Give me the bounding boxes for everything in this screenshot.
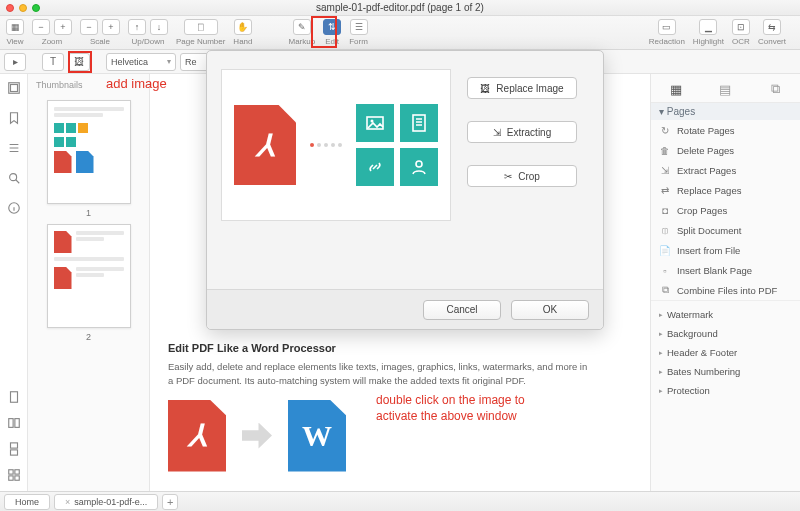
insert-file-icon: 📄	[659, 244, 671, 256]
search-icon[interactable]	[6, 170, 22, 186]
tool-hand[interactable]: ✋ Hand	[233, 18, 252, 46]
combine-icon: ⧉	[659, 284, 671, 296]
image-edit-dialog: ⅄ 🖼Replace Image ⇲Extracting ✂Crop Cance…	[206, 50, 604, 330]
thumbnail-2[interactable]: 2	[47, 224, 131, 342]
replace-icon: ⇄	[659, 184, 671, 196]
rp-split-document[interactable]: ⎅Split Document	[651, 220, 800, 240]
rp-watermark[interactable]: Watermark	[651, 305, 800, 324]
info-icon[interactable]	[6, 200, 22, 216]
thumbnail-1[interactable]: 1	[47, 100, 131, 218]
thumbnails-icon[interactable]	[6, 80, 22, 96]
chevron-down-icon: ▾	[167, 57, 171, 66]
rp-insert-from-file[interactable]: 📄Insert from File	[651, 240, 800, 260]
tool-convert[interactable]: ⇆ Convert	[758, 18, 786, 46]
bottom-tabbar: Home ×sample-01-pdf-e... +	[0, 491, 800, 511]
tool-scale[interactable]: −+ Scale	[80, 18, 120, 46]
grid-view-icon[interactable]	[6, 467, 22, 483]
convert-icon[interactable]: ⇆	[763, 19, 781, 35]
page-down-icon[interactable]: ↓	[150, 19, 168, 35]
rp-replace-pages[interactable]: ⇄Replace Pages	[651, 180, 800, 200]
redaction-icon[interactable]: ▭	[658, 19, 676, 35]
tool-form[interactable]: ☰ Form	[349, 18, 368, 46]
maximize-window-icon[interactable]	[32, 4, 40, 12]
trash-icon: 🗑	[659, 144, 671, 156]
replace-image-button[interactable]: 🖼Replace Image	[467, 77, 577, 99]
tool-redaction[interactable]: ▭ Redaction	[649, 18, 685, 46]
single-page-icon[interactable]	[6, 389, 22, 405]
font-select[interactable]: Helvetica ▾	[106, 53, 176, 71]
window-title: sample-01-pdf-editor.pdf (page 1 of 2)	[316, 2, 484, 13]
rp-insert-blank-page[interactable]: ▫Insert Blank Page	[651, 260, 800, 280]
main-toolbar: ▦ View −+ Zoom −+ Scale ↑↓ Up/Down ⎕ Pag…	[0, 16, 800, 50]
tool-ocr[interactable]: ⊡ OCR	[732, 18, 750, 46]
rp-background[interactable]: Background	[651, 324, 800, 343]
hand-icon[interactable]: ✋	[234, 19, 252, 35]
close-tab-icon[interactable]: ×	[65, 497, 70, 507]
rp-delete-pages[interactable]: 🗑Delete Pages	[651, 140, 800, 160]
zoom-out-icon[interactable]: −	[32, 19, 50, 35]
cancel-button[interactable]: Cancel	[423, 300, 501, 320]
edit-icon[interactable]: ⇅	[323, 19, 341, 35]
tool-updown[interactable]: ↑↓ Up/Down	[128, 18, 168, 46]
highlight-icon[interactable]: ▁	[699, 19, 717, 35]
svg-rect-12	[14, 476, 18, 480]
add-image-icon[interactable]: 🖼	[68, 53, 90, 71]
rp-rotate-pages[interactable]: ↻Rotate Pages	[651, 120, 800, 140]
tab-home[interactable]: Home	[4, 494, 50, 510]
pdf-icon[interactable]: ⅄	[168, 400, 226, 472]
zoom-in-icon[interactable]: +	[54, 19, 72, 35]
crop-button[interactable]: ✂Crop	[467, 165, 577, 187]
rp-tab-compare-icon[interactable]: ⧉	[765, 80, 785, 98]
extract-icon: ⇲	[659, 164, 671, 176]
tool-view[interactable]: ▦ View	[6, 18, 24, 46]
split-icon: ⎅	[659, 224, 671, 236]
rp-extract-pages[interactable]: ⇲Extract Pages	[651, 160, 800, 180]
close-window-icon[interactable]	[6, 4, 14, 12]
minimize-window-icon[interactable]	[19, 4, 27, 12]
panel-toggle-icon[interactable]: ▸	[4, 53, 26, 71]
svg-rect-1	[10, 85, 17, 92]
extracting-button[interactable]: ⇲Extracting	[467, 121, 577, 143]
word-icon[interactable]: W	[288, 400, 346, 472]
bookmarks-icon[interactable]	[6, 110, 22, 126]
tool-page-number[interactable]: ⎕ Page Number	[176, 18, 225, 46]
continuous-icon[interactable]	[6, 441, 22, 457]
dialog-preview: ⅄	[221, 69, 451, 221]
view-icon[interactable]: ▦	[6, 19, 24, 35]
ocr-icon[interactable]: ⊡	[732, 19, 750, 35]
blank-page-icon: ▫	[659, 264, 671, 276]
crop-icon: ✂	[504, 171, 512, 182]
tool-edit[interactable]: ⇅ Edit	[323, 18, 341, 46]
tool-zoom[interactable]: −+ Zoom	[32, 18, 72, 46]
rp-tab-security-icon[interactable]: ▤	[715, 80, 735, 98]
markup-icon[interactable]: ✎	[293, 19, 311, 35]
rp-protection[interactable]: Protection	[651, 381, 800, 400]
text-edit-icon[interactable]: T	[42, 53, 64, 71]
tab-document[interactable]: ×sample-01-pdf-e...	[54, 494, 158, 510]
form-icon[interactable]: ☰	[350, 19, 368, 35]
svg-point-16	[416, 161, 422, 167]
svg-rect-10	[14, 470, 18, 474]
ok-button[interactable]: OK	[511, 300, 589, 320]
tool-highlight[interactable]: ▁ Highlight	[693, 18, 724, 46]
add-tab-button[interactable]: +	[162, 494, 178, 510]
traffic-lights	[6, 4, 40, 12]
scale-down-icon[interactable]: −	[80, 19, 98, 35]
rp-bates-numbering[interactable]: Bates Numbering	[651, 362, 800, 381]
outline-icon[interactable]	[6, 140, 22, 156]
page-number-icon[interactable]: ⎕	[184, 19, 218, 35]
svg-rect-8	[10, 450, 17, 455]
rp-header-footer[interactable]: Header & Footer	[651, 343, 800, 362]
annotation-dblclick-l1: double click on the image to	[376, 392, 525, 409]
titlebar: sample-01-pdf-editor.pdf (page 1 of 2)	[0, 0, 800, 16]
right-panel: ▦ ▤ ⧉ ▾ Pages ↻Rotate Pages 🗑Delete Page…	[650, 74, 800, 491]
rp-tab-pages-icon[interactable]: ▦	[666, 80, 686, 98]
page-up-icon[interactable]: ↑	[128, 19, 146, 35]
rp-combine-files[interactable]: ⧉Combine Files into PDF	[651, 280, 800, 300]
rp-extras-list: Watermark Background Header & Footer Bat…	[651, 300, 800, 404]
rp-crop-pages[interactable]: ◘Crop Pages	[651, 200, 800, 220]
scale-up-icon[interactable]: +	[102, 19, 120, 35]
two-page-icon[interactable]	[6, 415, 22, 431]
svg-rect-15	[413, 115, 425, 131]
tool-markup[interactable]: ✎ Markup	[288, 18, 315, 46]
